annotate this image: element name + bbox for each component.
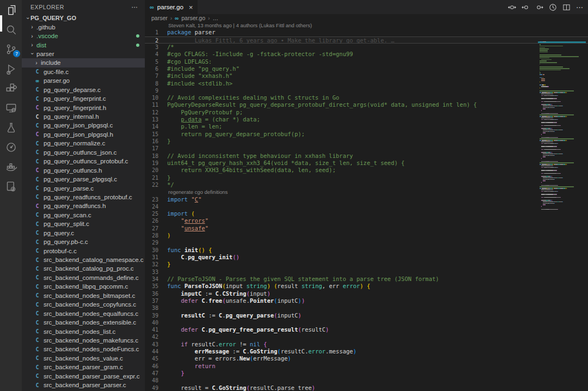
file-item-src_backend_catalog_pg_proc.c[interactable]: Csrc_backend_catalog_pg_proc.c [22, 264, 145, 273]
code-line-44[interactable]: 44 errMessage := C.GoString(resultC.erro… [145, 348, 588, 355]
search-icon[interactable] [0, 20, 22, 39]
gitlens-icon[interactable] [0, 137, 22, 157]
split-editor-icon[interactable] [562, 3, 571, 11]
code-line-23[interactable]: 23import "C" [145, 196, 588, 203]
code-line-5[interactable]: 5#cgo LDFLAGS: [145, 58, 588, 65]
code-line-38[interactable]: 38 [145, 304, 588, 311]
code-line-18[interactable]: 18// Avoid inconsistent type behaviour i… [145, 152, 588, 160]
file-item-src_backend_nodes_makefuncs.c[interactable]: Csrc_backend_nodes_makefuncs.c [22, 336, 145, 345]
file-item-pg_query_parse_plpgsql.c[interactable]: Cpg_query_parse_plpgsql.c [22, 175, 145, 184]
testing-icon[interactable] [0, 118, 22, 137]
codelens-action[interactable]: regenerate cgo definitions [145, 188, 588, 196]
code-line-25[interactable]: 25import ( [145, 210, 588, 217]
code-line-42[interactable]: 42 [145, 333, 588, 340]
code-line-20[interactable]: 20 return XXH3_64bits_withSeed(data, len… [145, 167, 588, 174]
more-actions-icon[interactable]: ⋯ [576, 3, 584, 11]
code-line-24[interactable]: 24 [145, 203, 588, 210]
code-line-45[interactable]: 45 err = errors.New(errMessage) [145, 355, 588, 362]
file-item-src_backend_nodes_extensible.c[interactable]: Csrc_backend_nodes_extensible.c [22, 318, 145, 327]
file-item-pg_query_normalize.c[interactable]: Cpg_query_normalize.c [22, 139, 145, 148]
explorer-icon[interactable] [0, 0, 22, 20]
file-item-src_backend_nodes_bitmapset.c[interactable]: Csrc_backend_nodes_bitmapset.c [22, 291, 145, 300]
file-item-pg_query_json_plpgsql.c[interactable]: Cpg_query_json_plpgsql.c [22, 121, 145, 130]
code-line-21[interactable]: 21} [145, 174, 588, 181]
code-line-35[interactable]: 35func ParseToJSON(input string) (result… [145, 283, 588, 290]
file-item-src_backend_nodes_nodeFuncs.c[interactable]: Csrc_backend_nodes_nodeFuncs.c [22, 345, 145, 353]
code-line-27[interactable]: 27 "unsafe" [145, 225, 588, 232]
code-line-13[interactable]: 13 p.data = (char *) data; [145, 116, 588, 123]
run-and-debug-icon[interactable] [0, 59, 22, 78]
file-item-pg_query_scan.c[interactable]: Cpg_query_scan.c [22, 211, 145, 219]
gitlens-compare-icon[interactable] [508, 3, 516, 11]
code-line-43[interactable]: 43 if resultC.error != nil { [145, 341, 588, 348]
file-item-src_backend_nodes_equalfuncs.c[interactable]: Csrc_backend_nodes_equalfuncs.c [22, 309, 145, 317]
code-editor[interactable]: Steven Kalt, 13 months ago | 4 authors (… [145, 22, 588, 391]
timeline-icon[interactable] [549, 3, 557, 11]
file-item-src_backend_parser_parse_expr.c[interactable]: Csrc_backend_parser_parse_expr.c [22, 372, 145, 381]
breadcrumb-folder[interactable]: parser [151, 15, 168, 21]
code-line-2[interactable]: 2 Lukas Fittl, 6 years ago • Make the li… [145, 36, 588, 44]
file-item-protobuf-c.c[interactable]: Cprotobuf-c.c [22, 246, 145, 255]
file-item-parser.go[interactable]: ∞parser.go [22, 76, 145, 85]
remote-explorer-icon[interactable] [0, 98, 22, 118]
file-item-pg_query_json_plpgsql.h[interactable]: Cpg_query_json_plpgsql.h [22, 130, 145, 139]
code-line-28[interactable]: 28) [145, 232, 588, 239]
file-item-pg_query_readfuncs.h[interactable]: Cpg_query_readfuncs.h [22, 201, 145, 210]
folder-item-.github[interactable]: ›.github [22, 22, 145, 31]
code-line-15[interactable]: 15 return pg_query_deparse_protobuf(p); [145, 131, 588, 138]
code-line-46[interactable]: 46 return [145, 363, 588, 370]
folder-item-parser[interactable]: ›parser [22, 50, 145, 58]
file-item-pg_query_internal.h[interactable]: Cpg_query_internal.h [22, 112, 145, 121]
code-line-41[interactable]: 41 defer C.pg_query_free_parse_result(re… [145, 326, 588, 333]
code-line-10[interactable]: 10// Avoid complexities dealing with C s… [145, 94, 588, 101]
file-item-src_backend_catalog_namespace.c[interactable]: Csrc_backend_catalog_namespace.c [22, 255, 145, 264]
project-manager-icon[interactable] [0, 176, 22, 196]
code-line-49[interactable]: 49 result = C.GoString(resultC.parse_tre… [145, 384, 588, 391]
file-item-src_backend_parser_gram.c[interactable]: Csrc_backend_parser_gram.c [22, 363, 145, 371]
code-line-48[interactable]: 48 [145, 377, 588, 384]
file-item-pg_query_split.c[interactable]: Cpg_query_split.c [22, 219, 145, 228]
minimap[interactable] [538, 41, 588, 212]
code-line-26[interactable]: 26 "errors" [145, 217, 588, 224]
tree-root[interactable]: › PG_QUERY_GO [22, 14, 145, 22]
file-item-pg_query_outfuncs.h[interactable]: Cpg_query_outfuncs.h [22, 166, 145, 174]
code-line-34[interactable]: 34// ParseToJSON - Parses the given SQL … [145, 276, 588, 283]
code-line-1[interactable]: 1package parser [145, 29, 588, 36]
file-item-pg_query.c[interactable]: Cpg_query.c [22, 229, 145, 237]
code-line-39[interactable]: 39 resultC := C.pg_query_parse(inputC) [145, 312, 588, 319]
code-line-47[interactable]: 47 } [145, 370, 588, 377]
code-line-22[interactable]: 22*/ [145, 181, 588, 188]
docker-icon[interactable] [0, 157, 22, 176]
file-item-pg_query_fingerprint.c[interactable]: Cpg_query_fingerprint.c [22, 94, 145, 103]
gitlens-next-change-icon[interactable] [535, 3, 543, 11]
code-line-31[interactable]: 31 C.pg_query_init() [145, 254, 588, 261]
file-item-pg_query_fingerprint.h[interactable]: Cpg_query_fingerprint.h [22, 103, 145, 112]
folder-item-.vscode[interactable]: ›.vscode [22, 32, 145, 40]
code-line-8[interactable]: 8#include <stdlib.h> [145, 80, 588, 87]
gitlens-prev-change-icon[interactable] [522, 3, 530, 11]
file-item-src_backend_parser_parser.c[interactable]: Csrc_backend_parser_parser.c [22, 381, 145, 389]
file-item-src_backend_commands_define.c[interactable]: Csrc_backend_commands_define.c [22, 273, 145, 282]
code-line-29[interactable]: 29 [145, 239, 588, 246]
code-line-12[interactable]: 12 PgQueryProtobuf p; [145, 109, 588, 116]
file-item-pg_query_outfuncs_json.c[interactable]: Cpg_query_outfuncs_json.c [22, 148, 145, 157]
file-item-src_backend_nodes_copyfuncs.c[interactable]: Csrc_backend_nodes_copyfuncs.c [22, 300, 145, 309]
source-control-icon[interactable]: 7 [0, 39, 22, 59]
file-item-pg_query.pb-c.c[interactable]: Cpg_query.pb-c.c [22, 237, 145, 246]
file-item-pg_query_parse.c[interactable]: Cpg_query_parse.c [22, 184, 145, 192]
close-icon[interactable]: × [189, 3, 193, 11]
breadcrumb-symbol[interactable]: … [212, 15, 218, 21]
code-line-7[interactable]: 7#include "xxhash.h" [145, 72, 588, 80]
code-line-36[interactable]: 36 inputC := C.CString(input) [145, 290, 588, 297]
gitlens-blame-header[interactable]: Steven Kalt, 13 months ago | 4 authors (… [145, 22, 588, 29]
folder-item-include[interactable]: ›include [22, 58, 145, 67]
more-actions-icon[interactable]: ⋯ [132, 3, 139, 11]
file-item-pg_query_deparse.c[interactable]: Cpg_query_deparse.c [22, 85, 145, 94]
code-line-11[interactable]: 11PgQueryDeparseResult pg_query_deparse_… [145, 101, 588, 108]
file-item-guc-file.c[interactable]: Cguc-file.c [22, 68, 145, 76]
code-line-16[interactable]: 16} [145, 138, 588, 145]
file-item-src_backend_libpq_pqcomm.c[interactable]: Csrc_backend_libpq_pqcomm.c [22, 282, 145, 291]
code-line-32[interactable]: 32} [145, 261, 588, 268]
code-line-6[interactable]: 6#include "pg_query.h" [145, 65, 588, 72]
breadcrumb-file[interactable]: parser.go [181, 15, 205, 21]
